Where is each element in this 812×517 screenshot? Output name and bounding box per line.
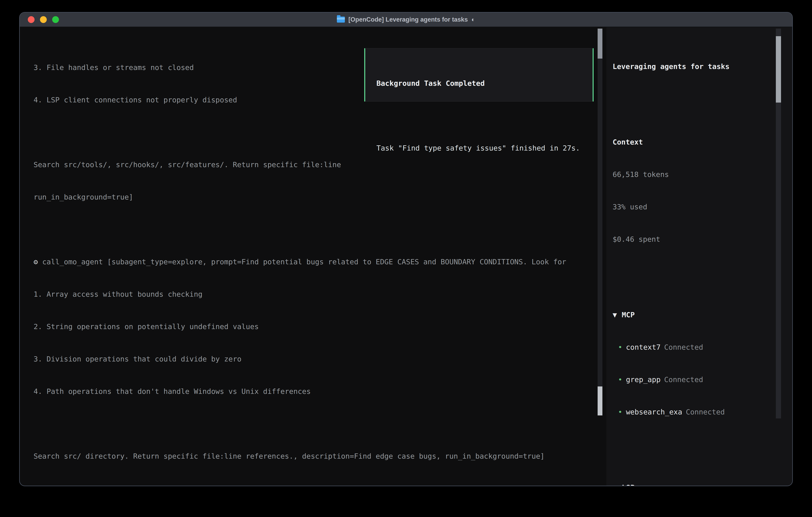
context-tokens: 66,518 tokens (613, 169, 777, 180)
tool-call-text: call_omo_agent [subagent_type=explore, p… (42, 258, 566, 266)
mcp-item: •context7Connected (613, 342, 777, 353)
tool-call-line: ⚙ call_omo_agent [subagent_type=explore,… (34, 256, 595, 267)
context-spent: $0.46 spent (613, 234, 777, 245)
lsp-section-header[interactable]: ▼LSP (613, 482, 777, 486)
scrollback-line: run_in_background=true] (34, 192, 595, 202)
bullet-icon: • (618, 343, 622, 351)
folder-icon (337, 17, 345, 23)
bullet-icon: • (618, 408, 622, 416)
main-scrollbar-track[interactable] (598, 29, 602, 409)
main-scrollbar-thumb-top[interactable] (598, 29, 602, 59)
tool-call-item: 1. Array access without bounds checking (34, 289, 595, 300)
tool-call-item: 4. Path operations that don't handle Win… (34, 386, 595, 397)
main-scrollbar-thumb[interactable] (598, 386, 602, 415)
context-heading: Context (613, 137, 777, 147)
titlebar: [OpenCode] Leveraging agents for tasks ◐ (20, 12, 792, 27)
zoom-button[interactable] (52, 16, 59, 23)
bullet-icon: • (618, 376, 622, 384)
close-button[interactable] (28, 16, 35, 23)
session-title: Leveraging agents for tasks (613, 61, 777, 72)
minimize-button[interactable] (40, 16, 47, 23)
sidebar: Leveraging agents for tasks Context 66,5… (613, 39, 777, 486)
app-window: [OpenCode] Leveraging agents for tasks ◐… (19, 12, 793, 486)
gear-icon: ⚙ (34, 258, 38, 266)
chevron-down-icon: ▼ (613, 311, 617, 319)
toast-title: Background Task Completed (376, 78, 592, 89)
tool-call-item: 3. Division operations that could divide… (34, 354, 595, 364)
background-task-toast: Background Task Completed Task "Find typ… (364, 48, 593, 102)
mcp-item: •grep_appConnected (613, 374, 777, 385)
tool-call-item: 2. String operations on potentially unde… (34, 321, 595, 332)
chevron-down-icon: ▼ (613, 483, 617, 486)
session-indicator-icon: ◐ (471, 16, 475, 23)
mcp-section-header[interactable]: ▼MCP (613, 309, 777, 320)
traffic-lights (28, 12, 59, 27)
scrollback-line: Search src/ directory. Return specific f… (34, 451, 595, 462)
window-title: [OpenCode] Leveraging agents for tasks ◐ (337, 16, 475, 23)
mcp-item: •websearch_exaConnected (613, 407, 777, 417)
toast-body: Task "Find type safety issues" finished … (376, 143, 592, 154)
window-title-text: [OpenCode] Leveraging agents for tasks (348, 16, 468, 23)
context-used: 33% used (613, 201, 777, 212)
